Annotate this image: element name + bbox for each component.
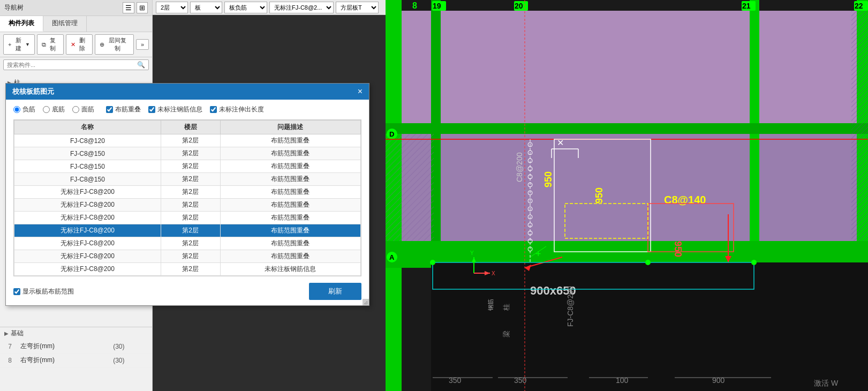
grid-view-btn[interactable]: ⊞ [137, 2, 148, 13]
svg-text:21: 21 [742, 2, 751, 10]
checkbox-label-unmarked-length: 未标注伸出长度 [219, 105, 264, 114]
layer-type-select[interactable]: 方层板T [336, 2, 379, 13]
more-btn[interactable]: » [136, 39, 149, 50]
table-cell-floor: 第2层 [161, 212, 220, 224]
tree-arrow-foundation: ▶ [4, 330, 9, 336]
checkbox-label-show-range: 显示板筋布筋范围 [22, 287, 74, 296]
grid-view-icon: ⊞ [139, 4, 145, 12]
table-cell-floor: 第2层 [161, 199, 220, 212]
type-select[interactable]: 板 [190, 2, 222, 13]
copy-btn[interactable]: ⧉ 复制 [37, 34, 64, 55]
table-cell-floor: 第2层 [161, 134, 220, 147]
table-row[interactable]: 无标注FJ-C8@200第2层布筋范围重叠 [14, 199, 361, 212]
new-icon: + [8, 41, 11, 48]
tree-item-foundation[interactable]: ▶ 基础 [0, 327, 152, 340]
svg-text:950: 950 [673, 241, 683, 257]
radio-face-bar[interactable]: 面筋 [72, 105, 94, 114]
checkbox-show-range[interactable]: 显示板筋布筋范围 [13, 287, 74, 296]
filter-row: 负筋 底筋 面筋 布筋重叠 未标注钢筋信息 未标注伸出长度 [13, 105, 361, 114]
checkbox-input-overlap[interactable] [106, 106, 113, 113]
table-cell-floor: 第2层 [161, 160, 220, 173]
bar-type-select[interactable]: 板负筋 [224, 2, 267, 13]
table-row[interactable]: 无标注FJ-C8@200第2层布筋范围重叠 [14, 250, 361, 263]
dialog-titlebar[interactable]: 校核板筋图元 × [6, 84, 369, 100]
cad-viewport[interactable]: 8 19 19 20 21 22 D A C8@140 950 950 950 [386, 0, 868, 391]
checkbox-overlap[interactable]: 布筋重叠 [106, 105, 141, 114]
radio-bottom-bar[interactable]: 底筋 [43, 105, 65, 114]
table-row[interactable]: FJ-C8@150第2层布筋范围重叠 [14, 160, 361, 173]
new-dropdown-icon: ▼ [25, 42, 30, 47]
svg-text:FJ-C8@200: FJ-C8@200 [566, 286, 575, 327]
table-cell-name: FJ-C8@150 [14, 160, 161, 173]
svg-text:A: A [389, 253, 395, 261]
resize-handle[interactable]: ⊿ [363, 299, 369, 305]
table-row[interactable]: FJ-C8@150第2层布筋范围重叠 [14, 147, 361, 160]
property-label-right-bend: 右弯折(mm) [16, 354, 109, 367]
svg-point-59 [751, 260, 757, 265]
checkbox-unmarked-info[interactable]: 未标注钢筋信息 [148, 105, 202, 114]
svg-point-57 [430, 260, 435, 265]
table-cell-floor: 第2层 [161, 224, 220, 237]
search-input[interactable] [7, 62, 137, 68]
table-cell-issue: 布筋范围重叠 [220, 134, 360, 147]
svg-text:X: X [492, 270, 495, 276]
panel-toolbar: + 新建 ▼ ⧉ 复制 ✕ 删除 ⊕ 层间复制 » [0, 32, 152, 57]
table-row[interactable]: 无标注FJ-C8@200第2层布筋范围重叠 [14, 212, 361, 224]
delete-btn[interactable]: ✕ 删除 [66, 34, 93, 55]
delete-icon: ✕ [71, 41, 76, 48]
checkbox-input-show-range[interactable] [13, 288, 20, 295]
issue-table-wrapper[interactable]: 名称 楼层 问题描述 FJ-C8@120第2层布筋范围重叠FJ-C8@150第2… [13, 119, 361, 276]
refresh-btn[interactable]: 刷新 [309, 283, 361, 300]
svg-text:C8@200: C8@200 [515, 152, 524, 182]
search-icon[interactable]: 🔍 [137, 61, 145, 69]
table-cell-issue: 布筋范围重叠 [220, 199, 360, 212]
table-cell-floor: 第2层 [161, 250, 220, 263]
svg-rect-10 [386, 123, 868, 134]
table-cell-floor: 第2层 [161, 263, 220, 276]
radio-input-bottom[interactable] [43, 106, 50, 113]
dialog-close-btn[interactable]: × [358, 87, 363, 96]
property-num-7: 7 [0, 340, 16, 354]
radio-input-negative[interactable] [13, 106, 20, 113]
tab-component-list[interactable]: 构件列表 [0, 16, 43, 32]
list-view-btn[interactable]: ☰ [123, 2, 134, 13]
svg-text:✕: ✕ [557, 138, 564, 147]
table-row[interactable]: FJ-C8@150第2层布筋范围重叠 [14, 173, 361, 186]
table-cell-name: 无标注FJ-C8@200 [14, 186, 161, 199]
delete-label: 删除 [77, 36, 88, 52]
checkbox-input-unmarked-length[interactable] [210, 106, 217, 113]
tree-label-foundation: 基础 [11, 329, 24, 338]
new-btn[interactable]: + 新建 ▼ [3, 34, 35, 55]
svg-text:22: 22 [855, 2, 863, 10]
bar-spec-select[interactable]: 无标注FJ-C8@2... [269, 2, 334, 13]
svg-text:350: 350 [514, 376, 527, 385]
checkbox-input-unmarked-info[interactable] [148, 106, 155, 113]
table-cell-name: 无标注FJ-C8@200 [14, 224, 161, 237]
svg-rect-1 [386, 11, 868, 134]
svg-rect-14 [431, 262, 868, 391]
checkbox-unmarked-length[interactable]: 未标注伸出长度 [210, 105, 264, 114]
table-row[interactable]: FJ-C8@120第2层布筋范围重叠 [14, 134, 361, 147]
top-toolbar: 2层 板 板负筋 无标注FJ-C8@2... 方层板T [153, 0, 386, 15]
table-cell-issue: 未标注板钢筋信息 [220, 263, 360, 276]
radio-negative-bar[interactable]: 负筋 [13, 105, 35, 114]
layer-select[interactable]: 2层 [156, 2, 188, 13]
table-cell-name: 无标注FJ-C8@200 [14, 237, 161, 250]
bottom-panel: ▶ 基础 7 左弯折(mm) (30) 8 右弯折(mm) (30) [0, 327, 153, 391]
radio-input-face[interactable] [72, 106, 79, 113]
table-row[interactable]: 无标注FJ-C8@200第2层布筋范围重叠 [14, 224, 361, 237]
svg-text:8: 8 [412, 1, 417, 10]
nav-title: 导航树 [4, 3, 24, 12]
tab-drawing-management[interactable]: 图纸管理 [43, 16, 87, 32]
table-row[interactable]: 无标注FJ-C8@200第2层布筋范围重叠 [14, 237, 361, 250]
table-cell-floor: 第2层 [161, 147, 220, 160]
table-row[interactable]: 无标注FJ-C8@200第2层未标注板钢筋信息 [14, 263, 361, 276]
table-cell-name: FJ-C8@150 [14, 173, 161, 186]
svg-rect-11 [386, 134, 434, 241]
col-header-name: 名称 [14, 121, 161, 134]
table-cell-issue: 布筋范围重叠 [220, 147, 360, 160]
table-row[interactable]: 无标注FJ-C8@200第2层布筋范围重叠 [14, 186, 361, 199]
floor-copy-btn[interactable]: ⊕ 层间复制 [95, 34, 134, 55]
radio-label-negative: 负筋 [22, 105, 35, 114]
svg-text:950: 950 [543, 171, 554, 187]
